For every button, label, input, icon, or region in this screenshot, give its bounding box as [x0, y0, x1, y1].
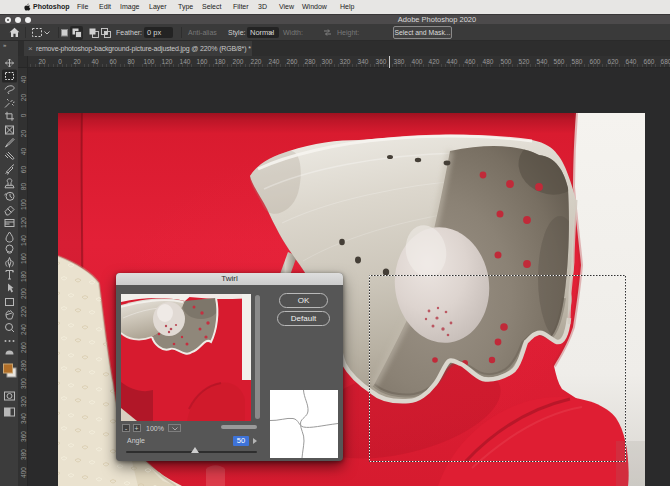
- svg-text:»: »: [3, 42, 7, 48]
